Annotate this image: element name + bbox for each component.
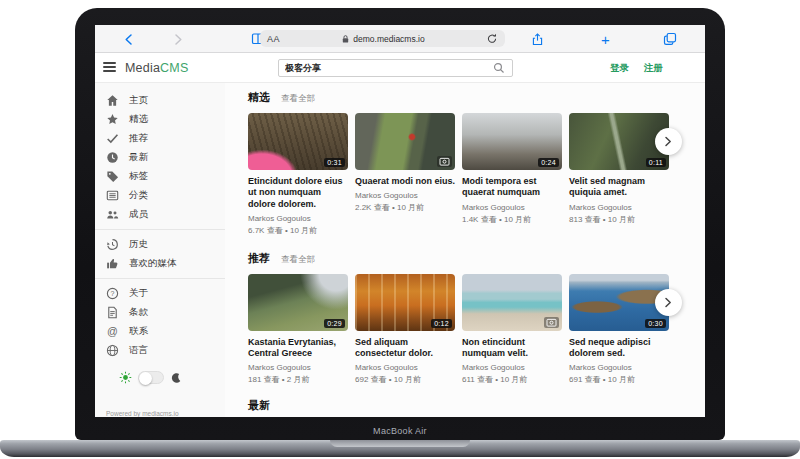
video-author[interactable]: Markos Gogoulos xyxy=(569,363,669,372)
video-card[interactable]: 0:12 Sed aliquam consectetur dolor. Mark… xyxy=(355,274,455,386)
latest-icon xyxy=(106,151,119,164)
macbook-label: MacBook Air xyxy=(75,426,725,436)
duration-badge: 0:31 xyxy=(324,158,345,167)
dark-mode-icon[interactable] xyxy=(170,372,182,384)
toggle-knob[interactable] xyxy=(139,372,152,385)
sidebar-divider xyxy=(95,229,225,230)
section-title: 精选 xyxy=(248,90,270,105)
theme-toggle[interactable] xyxy=(138,371,164,384)
back-button[interactable] xyxy=(123,25,134,53)
share-button[interactable] xyxy=(531,25,544,53)
search-input[interactable] xyxy=(279,63,486,73)
video-author[interactable]: Markos Gogoulos xyxy=(569,203,669,212)
video-meta: 692 查看 • 10 月前 xyxy=(355,374,455,385)
laptop-lid-notch xyxy=(330,440,470,447)
sidebar-item-members[interactable]: 成员 xyxy=(95,205,225,224)
sidebar-item-home[interactable]: 主页 xyxy=(95,91,225,110)
sidebar-item-tags[interactable]: 标签 xyxy=(95,167,225,186)
section-title: 推荐 xyxy=(248,251,270,266)
about-icon: ? xyxy=(106,287,119,300)
video-thumbnail[interactable]: 0:29 xyxy=(248,274,348,331)
terms-icon xyxy=(106,306,119,319)
duration-badge: 0:12 xyxy=(431,319,452,328)
video-card[interactable]: 0:29 Kastania Evrytanias, Central Greece… xyxy=(248,274,348,386)
video-title[interactable]: Modi tempora est quaerat numquam xyxy=(462,176,562,199)
forward-button[interactable] xyxy=(173,25,184,53)
liked-media-icon xyxy=(106,257,119,270)
reload-icon[interactable] xyxy=(486,32,498,45)
tag-icon xyxy=(106,170,119,183)
video-author[interactable]: Markos Gogoulos xyxy=(248,214,348,223)
video-title[interactable]: Non etincidunt numquam velit. xyxy=(462,337,562,360)
light-mode-icon[interactable] xyxy=(119,371,132,384)
video-thumbnail[interactable]: 0:31 xyxy=(248,113,348,170)
url-display[interactable]: demo.mediacms.io xyxy=(280,34,486,44)
video-card[interactable]: 0:24 Modi tempora est quaerat numquam Ma… xyxy=(462,113,562,236)
video-title[interactable]: Sed neque adipisci dolorem sed. xyxy=(569,337,669,360)
sidebar-item-recommended[interactable]: 推荐 xyxy=(95,129,225,148)
laptop-screen-bezel: AA demo.mediacms.io + xyxy=(75,8,725,440)
chevron-right-icon xyxy=(664,297,673,308)
video-thumbnail[interactable]: 0:24 xyxy=(462,113,562,170)
sidebar-item-featured[interactable]: 精选 xyxy=(95,110,225,129)
site-logo[interactable]: MediaCMS xyxy=(125,61,188,75)
video-card[interactable]: Quaerat modi non eius. Markos Gogoulos 2… xyxy=(355,113,455,236)
powered-by-text[interactable]: Powered by mediacms.io xyxy=(95,408,225,417)
sidebar-item-contact[interactable]: @ 联系 xyxy=(95,322,225,341)
section-latest: 最新 xyxy=(248,398,705,417)
video-card[interactable]: 0:31 Etincidunt dolore eius ut non numqu… xyxy=(248,113,348,236)
video-author[interactable]: Markos Gogoulos xyxy=(462,363,562,372)
video-author[interactable]: Markos Gogoulos xyxy=(355,191,455,200)
video-author[interactable]: Markos Gogoulos xyxy=(248,363,348,372)
video-title[interactable]: Velit sed magnam quiquia amet. xyxy=(569,176,669,199)
carousel-next-button[interactable] xyxy=(655,128,682,155)
sidebar-item-language[interactable]: 语言 xyxy=(95,341,225,360)
members-icon xyxy=(106,208,119,221)
search-button[interactable] xyxy=(486,60,512,76)
video-thumbnail[interactable]: 0:11 xyxy=(569,113,669,170)
video-thumbnail[interactable]: 0:30 xyxy=(569,274,669,331)
sidebar-item-terms[interactable]: 条款 xyxy=(95,303,225,322)
sidebar-item-latest[interactable]: 最新 xyxy=(95,148,225,167)
url-text: demo.mediacms.io xyxy=(353,34,424,44)
video-thumbnail[interactable] xyxy=(355,113,455,170)
sidebar-item-liked-media[interactable]: 喜欢的媒体 xyxy=(95,254,225,273)
duration-badge: 0:11 xyxy=(646,158,666,167)
view-all-link[interactable]: 查看全部 xyxy=(281,254,315,266)
sidebar-item-categories[interactable]: 分类 xyxy=(95,186,225,205)
video-card[interactable]: 0:11 Velit sed magnam quiquia amet. Mark… xyxy=(569,113,669,236)
login-button[interactable]: 登录 xyxy=(610,62,629,75)
video-title[interactable]: Kastania Evrytanias, Central Greece xyxy=(248,337,348,360)
video-meta: 6.7K 查看 • 10 月前 xyxy=(248,225,348,236)
section-title: 最新 xyxy=(248,398,270,413)
video-title[interactable]: Sed aliquam consectetur dolor. xyxy=(355,337,455,360)
video-card[interactable]: Non etincidunt numquam velit. Markos Gog… xyxy=(462,274,562,386)
video-thumbnail[interactable]: 0:12 xyxy=(355,274,455,331)
safari-toolbar: AA demo.mediacms.io + xyxy=(95,25,705,53)
new-tab-button[interactable]: + xyxy=(601,25,610,53)
video-title[interactable]: Quaerat modi non eius. xyxy=(355,176,455,187)
svg-text:?: ? xyxy=(111,290,115,297)
check-icon xyxy=(106,132,119,145)
tabs-overview-button[interactable] xyxy=(663,25,677,53)
video-title[interactable]: Etincidunt dolore eius ut non numquam do… xyxy=(248,176,348,210)
carousel-next-button[interactable] xyxy=(655,289,682,316)
chevron-right-icon xyxy=(664,136,673,147)
video-author[interactable]: Markos Gogoulos xyxy=(462,203,562,212)
address-bar[interactable]: AA demo.mediacms.io xyxy=(260,30,505,47)
text-size-button[interactable]: AA xyxy=(267,34,280,44)
video-author[interactable]: Markos Gogoulos xyxy=(355,363,455,372)
sidebar-item-history[interactable]: 历史 xyxy=(95,235,225,254)
chevron-left-icon xyxy=(123,33,134,46)
share-icon xyxy=(531,32,544,47)
chevron-right-icon xyxy=(173,33,184,46)
duration-badge: 0:30 xyxy=(645,319,666,328)
image-media-icon xyxy=(544,317,559,328)
video-card[interactable]: 0:30 Sed neque adipisci dolorem sed. Mar… xyxy=(569,274,669,386)
menu-button[interactable] xyxy=(103,62,116,75)
sidebar-item-about[interactable]: ? 关于 xyxy=(95,284,225,303)
view-all-link[interactable]: 查看全部 xyxy=(281,93,315,105)
video-meta: 691 查看 • 10 月前 xyxy=(569,374,669,385)
video-thumbnail[interactable] xyxy=(462,274,562,331)
register-button[interactable]: 注册 xyxy=(644,62,663,75)
